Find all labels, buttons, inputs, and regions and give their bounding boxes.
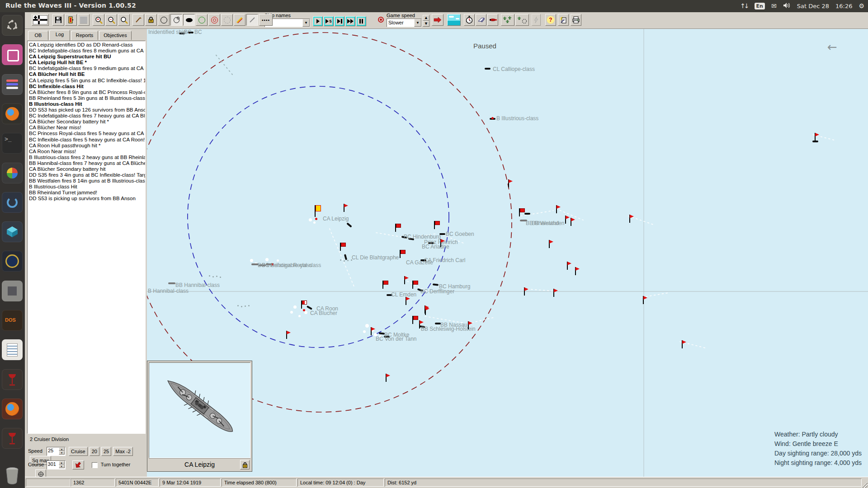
play-5-button[interactable]: 5 [324,16,334,26]
ship-pennant-marker[interactable] [554,205,560,214]
dock-wine-alt-icon[interactable] [2,428,23,449]
keyboard-layout-indicator[interactable]: En [755,3,765,9]
gear-icon[interactable]: ⚙ [859,0,864,12]
ship-pennant-marker[interactable] [627,215,633,224]
dock-settings-app-icon[interactable] [2,74,23,95]
back-arrow-icon[interactable]: ← [827,40,837,54]
printer-button[interactable] [571,14,581,26]
volume-icon[interactable] [783,2,791,10]
turn-together-checkbox[interactable] [92,462,98,468]
ship-pennant-marker[interactable] [439,239,444,248]
green-circle-button[interactable] [196,14,208,26]
play-button[interactable] [313,16,323,26]
play-step-button[interactable] [335,16,344,26]
advance-arrow-button[interactable] [432,14,443,26]
aircraft-button[interactable] [501,14,514,26]
stopwatch-button[interactable] [464,14,475,26]
speed-input[interactable] [48,448,58,453]
ship-pennant-marker[interactable] [466,321,472,330]
exit-door-button[interactable] [65,14,77,26]
filled-oval-button[interactable] [183,14,195,26]
division-flag-marker[interactable] [340,243,346,251]
ship-pennant-marker[interactable] [369,327,375,336]
dock-pinwheel-app-icon[interactable] [2,163,23,183]
tray-date[interactable]: Sat Dec 28 [797,3,829,9]
enemy-ship-hull[interactable] [168,282,175,284]
battle-log-list[interactable]: CA Leipzig identifies DD as DD Renard-cl… [27,41,146,434]
aircraft-gear-button[interactable] [515,14,529,26]
grey-pencil-button[interactable] [246,14,258,26]
set-course-button[interactable] [72,460,84,469]
dock-dosbox-icon[interactable]: DOS [2,310,23,331]
lightning-button[interactable] [532,14,541,26]
tab-log[interactable]: Log [49,30,70,41]
dither-grid-button[interactable] [78,14,90,26]
dock-virtualbox-icon[interactable] [2,221,23,242]
speed-spinbox[interactable]: ▲▼ [47,447,66,456]
zoom-out-button[interactable]: − [105,14,117,26]
chevron-down-icon[interactable]: ▼ [414,19,421,27]
ship-pennant-marker[interactable] [813,133,819,142]
division-flag-marker[interactable] [519,208,525,217]
ship-pennant-marker[interactable] [641,296,647,305]
zoom-area-button[interactable] [118,14,130,26]
pause-button[interactable] [356,16,366,26]
ship-pennant-marker[interactable] [342,204,348,213]
speed-preset-max-2-button[interactable]: Max -2 [113,447,133,456]
grey-dashed-circle-button[interactable] [221,14,233,26]
red-target-button[interactable] [208,14,220,26]
splash-line-button[interactable] [234,14,245,26]
weather-button[interactable] [447,14,461,26]
dock-keyring-icon[interactable] [2,251,23,272]
speed-spinner[interactable]: ▲▼ [423,15,429,26]
dock-trash-icon[interactable] [4,465,22,485]
network-arrows-icon[interactable]: ↑↓ [740,0,748,12]
chevron-down-icon[interactable]: ▼ [302,19,310,27]
tray-time[interactable]: 16:26 [835,3,852,9]
dock-pink-app-icon[interactable] [2,44,23,65]
ship-pennant-marker[interactable] [284,331,290,340]
lock-button[interactable] [145,14,157,26]
ship-pennant-marker[interactable] [680,340,686,349]
division-flag-marker[interactable] [382,281,389,289]
division-flag-marker[interactable] [412,281,419,289]
dock-wine-icon[interactable] [2,369,23,390]
speed-spin-buttons[interactable]: ▲▼ [59,447,65,455]
dock-terminal-icon[interactable]: >_ [2,133,23,154]
dock-firefox-alt-icon[interactable] [2,399,23,419]
division-flag-marker[interactable] [400,250,406,258]
course-input[interactable] [48,461,58,467]
torpedo-button[interactable] [487,14,498,26]
tab-objectives[interactable]: Objectives [99,31,132,40]
dock-grey-app-icon[interactable] [2,281,23,301]
resize-grip[interactable] [861,482,868,488]
mail-icon[interactable]: ✉ [771,0,777,12]
ship-pennant-marker[interactable] [547,240,553,249]
tactical-map[interactable]: Paused ← Weather: Partly cloudy Wind: Ge… [147,28,868,477]
ship-pennant-marker[interactable] [569,218,575,227]
zoom-in-button[interactable]: + [93,14,104,26]
division-flag-marker[interactable] [395,224,401,232]
tab-ob[interactable]: OB [28,31,48,40]
speed-preset-20-button[interactable]: 20 [90,447,99,456]
ship-pennant-marker[interactable] [417,320,423,329]
ship-pennant-marker[interactable] [423,305,429,314]
periscope-button[interactable] [132,14,144,26]
dock-blue-swirl-app-icon[interactable] [2,192,23,213]
ship-pennant-marker[interactable] [565,262,571,271]
course-spin-buttons[interactable]: ▲▼ [59,461,65,469]
report-pad-button[interactable] [558,14,569,26]
lock-view-button[interactable] [240,460,250,469]
map-eraser-button[interactable] [476,14,486,26]
ellipsis-button[interactable]: ▪▪▪▪ [259,14,273,26]
ship-viewer[interactable] [149,362,250,458]
tab-reports[interactable]: Reports [71,31,98,40]
damaged-ship-flag-marker[interactable] [301,300,307,309]
dock-ubuntu-launcher-icon[interactable] [2,15,23,36]
game-speed-dropdown[interactable]: Slower ▼ [387,19,422,27]
division-flag-marker[interactable] [434,221,440,230]
circle-small-button[interactable] [170,14,182,26]
ship-hull[interactable] [485,68,491,70]
ship-pennant-marker[interactable] [404,297,410,306]
speed-preset-25-button[interactable]: 25 [101,447,111,456]
